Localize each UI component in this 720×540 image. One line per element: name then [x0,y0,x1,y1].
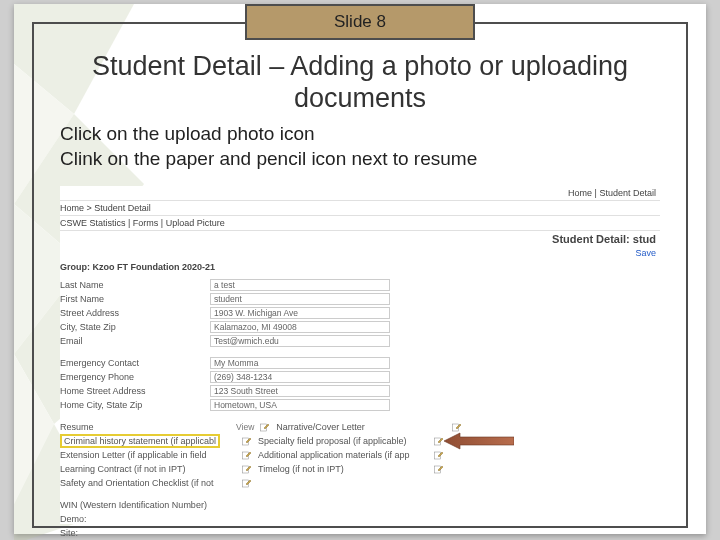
breadcrumb: Home > Student Detail [60,201,660,216]
field-input[interactable]: (269) 348-1234 [210,371,390,383]
field-input[interactable]: Hometown, USA [210,399,390,411]
field-label: Email [60,336,210,346]
field-input[interactable]: My Momma [210,357,390,369]
form-row: Home City, State ZipHometown, USA [60,398,660,412]
document-row: Criminal history statement (if applicabl… [60,434,660,448]
form-row: Emergency Phone(269) 348-1234 [60,370,660,384]
document-row: Learning Contract (if not in IPT)Timelog… [60,462,660,476]
tab-strip: CSWE Statistics | Forms | Upload Picture [60,216,660,231]
field-label: Home City, State Zip [60,400,210,410]
form-row: First Namestudent [60,292,660,306]
edit-pencil-icon[interactable] [242,436,252,446]
instruction-line-2: Clink on the paper and pencil icon next … [60,147,477,172]
field-input[interactable]: Kalamazoo, MI 49008 [210,321,390,333]
field-label: Emergency Phone [60,372,210,382]
field-label: WIN (Western Identification Number) [60,500,210,510]
save-link[interactable]: Save [635,248,656,258]
doc-label-left: Learning Contract (if not in IPT) [60,464,230,474]
field-label: Emergency Contact [60,358,210,368]
doc-label-right: Specialty field proposal (if applicable) [258,436,428,446]
field-label: Last Name [60,280,210,290]
document-row: Safety and Orientation Checklist (if not [60,476,660,490]
field-label: Home Street Address [60,386,210,396]
crumb-top: Home | Student Detail [60,186,660,201]
edit-pencil-icon[interactable] [434,464,444,474]
document-row: ResumeViewNarrative/Cover Letter [60,420,660,434]
edit-pencil-icon[interactable] [434,436,444,446]
field-label: Demo: [60,514,210,524]
slide-number-text: Slide 8 [334,12,386,32]
edit-pencil-icon[interactable] [434,450,444,460]
instruction-block: Click on the upload photo icon Clink on … [60,122,477,171]
slide-title: Student Detail – Adding a photo or uploa… [54,50,666,115]
edit-pencil-icon[interactable] [452,422,462,432]
screenshot-embed: Home | Student Detail Home > Student Det… [60,186,660,524]
form-row: City, State ZipKalamazoo, MI 49008 [60,320,660,334]
detail-header: Student Detail: stud [60,231,660,247]
doc-label-left: Safety and Orientation Checklist (if not [60,478,230,488]
field-input[interactable]: 123 South Street [210,385,390,397]
field-label: Street Address [60,308,210,318]
field-input[interactable]: a test [210,279,390,291]
group-label: Group: Kzoo FT Foundation 2020-21 [60,260,660,278]
slide-number-tab: Slide 8 [245,4,475,40]
doc-label-left: Extension Letter (if applicable in field [60,450,230,460]
doc-label-right: Timelog (if not in IPT) [258,464,428,474]
edit-pencil-icon[interactable] [242,464,252,474]
form-row: Last Namea test [60,278,660,292]
form-row: Site: [60,526,660,540]
doc-label-left: Criminal history statement (if applicabl [60,434,230,448]
slide-canvas: Slide 8 Student Detail – Adding a photo … [14,4,706,534]
instruction-line-1: Click on the upload photo icon [60,122,477,147]
highlighted-doc-label: Criminal history statement (if applicabl [60,434,220,448]
form-row: WIN (Western Identification Number) [60,498,660,512]
document-row: Extension Letter (if applicable in field… [60,448,660,462]
doc-label-right: Narrative/Cover Letter [276,422,446,432]
doc-label-left: Resume [60,422,230,432]
field-input[interactable]: 1903 W. Michigan Ave [210,307,390,319]
form-row: Emergency ContactMy Momma [60,356,660,370]
form-row: Home Street Address123 South Street [60,384,660,398]
field-label: First Name [60,294,210,304]
edit-pencil-icon[interactable] [242,450,252,460]
field-input[interactable]: student [210,293,390,305]
edit-pencil-icon[interactable] [242,478,252,488]
form-row: EmailTest@wmich.edu [60,334,660,348]
doc-label-right: Additional application materials (if app [258,450,428,460]
field-label: City, State Zip [60,322,210,332]
form-row: Street Address1903 W. Michigan Ave [60,306,660,320]
form-row: Demo: [60,512,660,526]
field-label: Site: [60,528,210,538]
edit-pencil-icon[interactable] [260,422,270,432]
field-input[interactable]: Test@wmich.edu [210,335,390,347]
view-link[interactable]: View [236,422,254,432]
